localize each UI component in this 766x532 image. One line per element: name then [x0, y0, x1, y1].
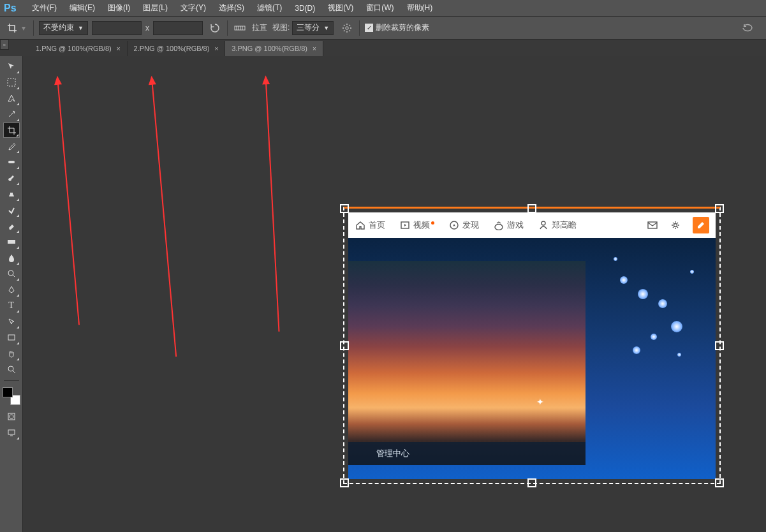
crop-tool-icon[interactable]: [5, 21, 19, 35]
web-nav-bar: 首页 视频 发现 游戏 郑高瞻: [348, 212, 716, 238]
view-value: 三等分: [297, 22, 320, 33]
crop-handle[interactable]: [340, 204, 349, 213]
menu-type[interactable]: 文字(Y): [174, 3, 212, 13]
menu-bar: Ps 文件(F) 编辑(E) 图像(I) 图层(L) 文字(Y) 选择(S) 滤…: [0, 0, 766, 17]
menu-filter[interactable]: 滤镜(T): [251, 3, 288, 13]
reset-icon[interactable]: [741, 21, 755, 35]
close-icon[interactable]: ×: [117, 45, 121, 52]
caption-text: 管理中心: [376, 448, 409, 459]
svg-point-5: [8, 270, 13, 276]
menu-layer[interactable]: 图层(L): [136, 3, 174, 13]
menu-3d[interactable]: 3D(D): [288, 4, 321, 13]
menu-view[interactable]: 视图(V): [321, 3, 360, 13]
crop-handle[interactable]: [715, 478, 724, 487]
view-dropdown[interactable]: 三等分 ▼: [292, 21, 334, 35]
nav-video[interactable]: 视频: [399, 219, 434, 231]
compose-button[interactable]: [693, 217, 709, 233]
healing-brush-tool[interactable]: [3, 154, 20, 170]
straighten-icon[interactable]: [233, 21, 247, 35]
brush-tool[interactable]: [3, 170, 20, 186]
close-icon[interactable]: ×: [313, 45, 316, 52]
menu-image[interactable]: 图像(I): [101, 3, 136, 13]
path-selection-tool[interactable]: [3, 314, 20, 329]
svg-rect-2: [8, 78, 15, 86]
chevron-down-icon: ▼: [78, 25, 84, 31]
menu-edit[interactable]: 编辑(E): [63, 3, 101, 13]
screen-mode-tool[interactable]: [3, 425, 20, 440]
constraint-dropdown[interactable]: 不受约束 ▼: [39, 21, 88, 35]
nav-label: 发现: [462, 219, 479, 231]
nav-user[interactable]: 郑高瞻: [538, 219, 577, 231]
nav-label: 郑高瞻: [552, 219, 577, 231]
stars-graphic: [607, 251, 709, 378]
crop-handle[interactable]: [527, 204, 536, 213]
zoom-tool[interactable]: [3, 362, 20, 377]
straighten-label: 拉直: [252, 22, 267, 33]
tab-2[interactable]: 2.PNG @ 100%(RGB/8) ×: [128, 41, 226, 56]
mail-icon[interactable]: [647, 219, 658, 231]
height-input[interactable]: [153, 21, 203, 35]
menu-file[interactable]: 文件(F): [26, 3, 63, 13]
delete-checkbox[interactable]: ✓: [365, 24, 373, 32]
quick-mask-tool[interactable]: [3, 409, 20, 424]
svg-rect-3: [8, 161, 15, 163]
svg-point-9: [10, 415, 13, 418]
nav-label: 游戏: [507, 219, 524, 231]
swap-icon[interactable]: [208, 21, 222, 35]
delete-label: 删除裁剪的像素: [376, 22, 429, 33]
lasso-tool[interactable]: [3, 91, 20, 106]
crop-tool[interactable]: [3, 122, 20, 138]
svg-rect-14: [648, 222, 657, 228]
eraser-tool[interactable]: [3, 218, 20, 233]
chevron-down-icon: ▼: [323, 25, 329, 31]
close-icon[interactable]: ×: [214, 45, 218, 52]
document-tabs: » 1.PNG @ 100%(RGB/8) × 2.PNG @ 100%(RGB…: [0, 40, 766, 56]
crop-handle[interactable]: [715, 204, 724, 213]
tab-1[interactable]: 1.PNG @ 100%(RGB/8) ×: [29, 41, 128, 56]
crop-selection[interactable]: 首页 视频 发现 游戏 郑高瞻: [343, 207, 721, 484]
history-brush-tool[interactable]: [3, 202, 20, 218]
compass-icon: [448, 219, 460, 231]
nav-game[interactable]: 游戏: [493, 219, 524, 231]
move-tool[interactable]: [3, 59, 20, 74]
color-swatch[interactable]: [3, 387, 20, 405]
gradient-tool[interactable]: [3, 234, 20, 249]
svg-point-13: [541, 221, 545, 225]
gear-icon[interactable]: [340, 21, 354, 35]
svg-point-15: [674, 224, 677, 227]
crop-handle[interactable]: [340, 478, 349, 487]
crop-handle[interactable]: [715, 341, 724, 350]
menu-select[interactable]: 选择(S): [212, 3, 251, 13]
dodge-tool[interactable]: [3, 266, 20, 281]
annotation-arrow: [57, 77, 80, 325]
blur-tool[interactable]: [3, 250, 20, 265]
nav-home[interactable]: 首页: [355, 219, 385, 231]
tab-3[interactable]: 3.PNG @ 100%(RGB/8) ×: [225, 41, 323, 56]
svg-rect-10: [8, 430, 15, 434]
play-icon: [399, 219, 411, 231]
width-input[interactable]: [92, 21, 142, 35]
user-icon: [538, 219, 549, 231]
menu-help[interactable]: 帮助(H): [401, 3, 439, 13]
crop-handle[interactable]: [527, 478, 536, 487]
notification-dot: [431, 221, 434, 225]
crop-center-icon: ✦: [536, 397, 545, 406]
tab-label: 2.PNG @ 100%(RGB/8): [134, 45, 210, 52]
menu-window[interactable]: 窗口(W): [360, 3, 400, 13]
clone-stamp-tool[interactable]: [3, 186, 20, 202]
hand-tool[interactable]: [3, 346, 20, 361]
nav-discover[interactable]: 发现: [448, 219, 479, 231]
marquee-tool[interactable]: [3, 75, 20, 90]
canvas-area[interactable]: 首页 视频 发现 游戏 郑高瞻: [23, 56, 766, 532]
svg-point-1: [346, 26, 348, 29]
magic-wand-tool[interactable]: [3, 107, 20, 122]
workspace: T 首页 视频: [0, 56, 766, 532]
crop-handle[interactable]: [340, 341, 349, 350]
eyedropper-tool[interactable]: [3, 138, 20, 154]
type-tool[interactable]: T: [3, 298, 20, 313]
pen-tool[interactable]: [3, 282, 20, 297]
rectangle-tool[interactable]: [3, 330, 20, 345]
image-caption: 管理中心: [348, 442, 586, 465]
panel-collapse-handle[interactable]: »: [0, 40, 9, 50]
settings-icon[interactable]: [670, 219, 681, 231]
